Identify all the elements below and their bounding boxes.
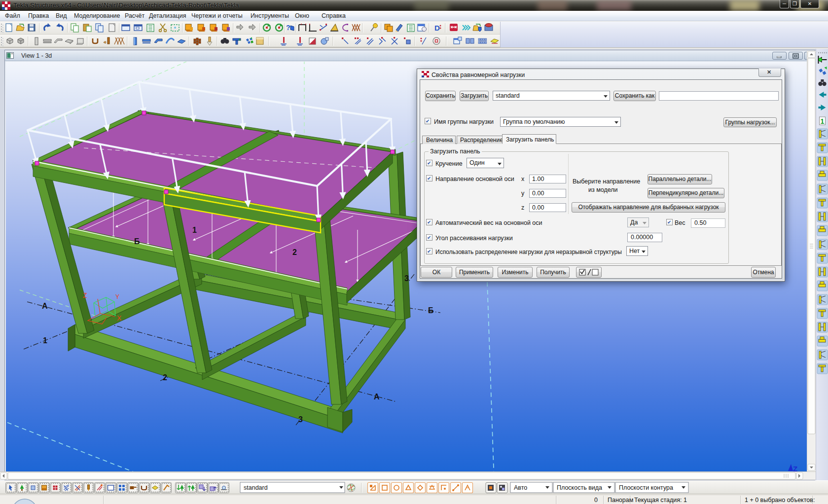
svg-text:2: 2 bbox=[292, 248, 297, 256]
svg-text:0: 0 bbox=[594, 497, 598, 504]
svg-text:D: D bbox=[434, 24, 440, 32]
svg-text:Плоскость вида: Плоскость вида bbox=[557, 484, 602, 491]
svg-text:Z: Z bbox=[793, 465, 797, 471]
svg-text:Б: Б bbox=[428, 306, 434, 315]
svg-text:1: 1 bbox=[821, 117, 825, 125]
svg-text:Z: Z bbox=[83, 291, 87, 299]
svg-text:2: 2 bbox=[163, 373, 167, 382]
svg-text:Y: Y bbox=[115, 293, 119, 300]
svg-text:Панорам: Панорам bbox=[608, 497, 633, 504]
svg-text:X: X bbox=[117, 314, 122, 322]
svg-text:3: 3 bbox=[298, 415, 303, 424]
svg-text:А: А bbox=[42, 302, 48, 310]
svg-text:А: А bbox=[374, 393, 380, 401]
svg-text:Текущая стадия: 1: Текущая стадия: 1 bbox=[634, 497, 687, 504]
svg-text:1: 1 bbox=[192, 226, 197, 234]
svg-text:1 + 0 выбрано объектов:: 1 + 0 выбрано объектов: bbox=[745, 497, 815, 504]
svg-text:Б: Б bbox=[134, 237, 140, 246]
svg-text:1: 1 bbox=[43, 336, 47, 345]
svg-text:standard: standard bbox=[244, 484, 268, 491]
svg-text:Авто: Авто bbox=[514, 484, 527, 491]
svg-text:Плоскости контура: Плоскости контура bbox=[619, 484, 673, 491]
svg-text:3: 3 bbox=[404, 274, 409, 283]
svg-text:?: ? bbox=[286, 24, 290, 32]
